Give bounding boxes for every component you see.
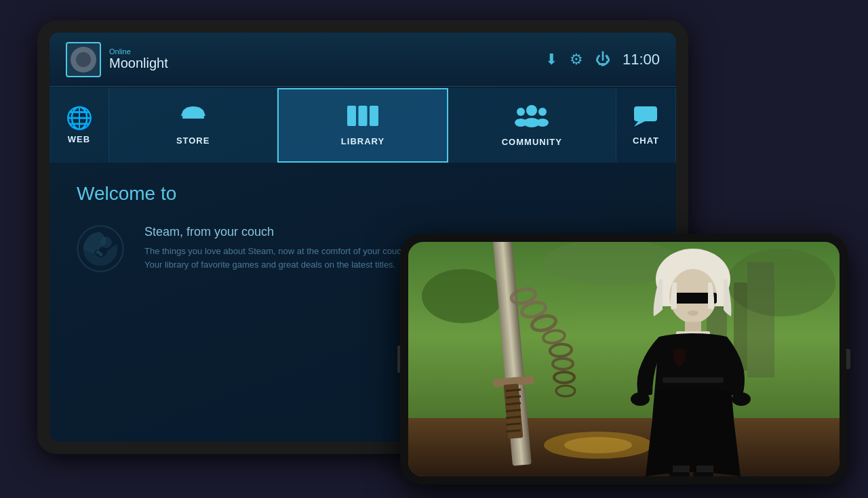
header-right: ⬇ ⚙ ⏻ 11:00 bbox=[545, 51, 660, 68]
svg-line-43 bbox=[506, 417, 521, 418]
svg-point-7 bbox=[515, 119, 527, 127]
tab-web[interactable]: 🌐 WEB bbox=[50, 88, 109, 163]
avatar bbox=[66, 42, 101, 77]
tab-chat-label: CHAT bbox=[633, 136, 659, 146]
avatar-image bbox=[71, 47, 96, 72]
svg-rect-10 bbox=[634, 106, 657, 121]
steam-tagline: Steam, from your couch bbox=[144, 225, 416, 239]
svg-point-4 bbox=[526, 105, 537, 116]
svg-line-45 bbox=[506, 430, 521, 432]
nav-tabs: 🌐 WEB STORE bbox=[50, 88, 676, 163]
header: Online Moonlight ⬇ ⚙ ⏻ 11:00 bbox=[50, 33, 676, 87]
svg-point-54 bbox=[631, 392, 650, 406]
steam-text: Steam, from your couch The things you lo… bbox=[144, 225, 416, 272]
svg-point-50 bbox=[688, 310, 698, 316]
community-icon bbox=[514, 104, 549, 131]
store-icon bbox=[180, 105, 207, 130]
svg-rect-3 bbox=[370, 106, 378, 126]
steam-description: The things you love about Steam, now at … bbox=[144, 245, 416, 271]
settings-icon[interactable]: ⚙ bbox=[570, 51, 583, 68]
tab-library-label: LIBRARY bbox=[341, 136, 384, 146]
phone-screen bbox=[408, 242, 840, 476]
web-icon: 🌐 bbox=[66, 107, 93, 129]
power-icon[interactable]: ⏻ bbox=[595, 51, 610, 68]
svg-rect-13 bbox=[644, 111, 648, 113]
tab-web-label: WEB bbox=[68, 134, 90, 144]
tab-community-label: COMMUNITY bbox=[502, 137, 562, 147]
svg-line-42 bbox=[506, 410, 521, 411]
svg-point-27 bbox=[564, 437, 632, 453]
svg-point-16 bbox=[100, 237, 112, 249]
username: Moonlight bbox=[109, 56, 168, 71]
svg-point-8 bbox=[538, 108, 547, 116]
svg-point-6 bbox=[517, 108, 525, 116]
svg-rect-0 bbox=[182, 116, 204, 119]
download-icon[interactable]: ⬇ bbox=[545, 51, 557, 68]
user-text: Online Moonlight bbox=[109, 47, 168, 71]
svg-rect-58 bbox=[669, 472, 690, 476]
svg-rect-14 bbox=[649, 111, 653, 113]
tab-library[interactable]: LIBRARY bbox=[277, 88, 448, 163]
chat-icon bbox=[633, 105, 658, 130]
svg-rect-24 bbox=[747, 262, 774, 377]
tab-community[interactable]: COMMUNITY bbox=[448, 88, 616, 163]
library-icon bbox=[346, 104, 380, 131]
svg-rect-59 bbox=[693, 472, 713, 476]
phone-speaker bbox=[846, 349, 850, 369]
svg-point-19 bbox=[422, 269, 503, 323]
welcome-text: Welcome to bbox=[77, 183, 649, 205]
svg-point-9 bbox=[536, 119, 549, 127]
phone bbox=[400, 234, 848, 484]
tab-store-label: STORE bbox=[176, 136, 210, 146]
svg-rect-53 bbox=[663, 377, 724, 383]
svg-rect-12 bbox=[638, 111, 642, 113]
svg-line-40 bbox=[506, 396, 521, 398]
svg-marker-11 bbox=[634, 121, 645, 127]
user-info: Online Moonlight bbox=[66, 42, 168, 77]
svg-line-41 bbox=[506, 403, 521, 404]
steam-logo bbox=[77, 225, 124, 272]
svg-rect-1 bbox=[347, 106, 356, 126]
tab-chat[interactable]: CHAT bbox=[616, 88, 676, 163]
phone-volume-button[interactable] bbox=[397, 346, 400, 373]
svg-rect-2 bbox=[358, 106, 367, 126]
tab-store[interactable]: STORE bbox=[109, 88, 277, 163]
svg-line-44 bbox=[506, 423, 521, 425]
game-artwork bbox=[408, 242, 840, 476]
clock: 11:00 bbox=[623, 51, 660, 68]
svg-point-55 bbox=[732, 392, 751, 406]
svg-line-39 bbox=[506, 390, 521, 391]
user-status: Online bbox=[109, 47, 168, 56]
